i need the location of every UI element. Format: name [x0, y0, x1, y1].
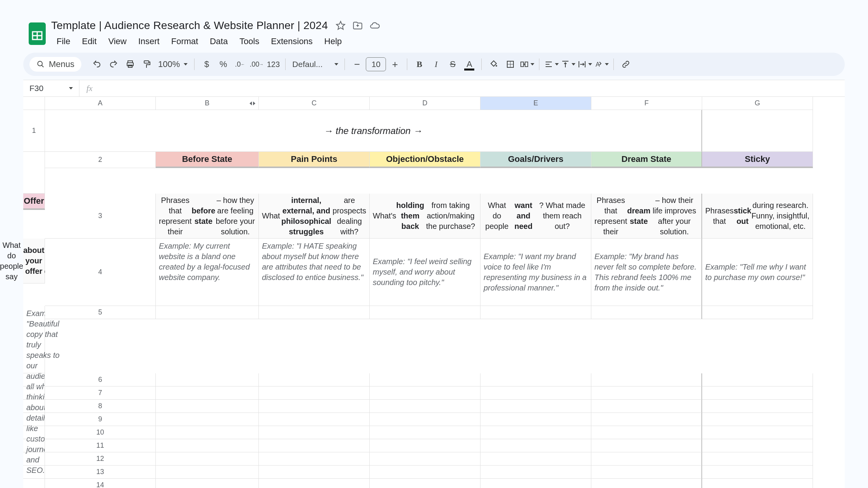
increase-font-button[interactable]: + — [387, 57, 403, 72]
cell[interactable] — [259, 413, 370, 426]
cell[interactable] — [23, 373, 45, 387]
cell[interactable] — [702, 373, 813, 387]
cell[interactable] — [259, 400, 370, 413]
cell[interactable] — [480, 413, 591, 426]
cell[interactable] — [259, 426, 370, 439]
cell[interactable] — [259, 306, 370, 319]
row-header-6[interactable]: 6 — [45, 373, 156, 387]
cell[interactable] — [259, 387, 370, 400]
cell[interactable] — [23, 426, 45, 439]
row-header-7[interactable]: 7 — [45, 387, 156, 400]
ex-goals[interactable]: Example: "I want my brand voice to feel … — [480, 239, 591, 306]
text-color-button[interactable]: A — [462, 57, 477, 72]
decrease-font-button[interactable]: − — [349, 57, 365, 72]
cell[interactable] — [591, 373, 702, 387]
menu-help[interactable]: Help — [319, 35, 347, 48]
header-before-state[interactable]: Before State — [156, 152, 259, 168]
cell[interactable] — [259, 479, 370, 488]
cell[interactable] — [23, 479, 45, 488]
cell[interactable] — [702, 387, 813, 400]
cell[interactable] — [23, 452, 45, 466]
cell[interactable] — [156, 439, 259, 452]
row-header-12[interactable]: 12 — [45, 452, 156, 466]
bold-button[interactable]: B — [412, 57, 427, 72]
link-button[interactable] — [618, 57, 634, 72]
cell[interactable] — [702, 110, 813, 152]
header-pain-points[interactable]: Pain Points — [259, 152, 370, 168]
cell[interactable] — [702, 413, 813, 426]
cell[interactable] — [23, 387, 45, 400]
cell[interactable] — [23, 413, 45, 426]
cell[interactable] — [156, 413, 259, 426]
row-header-4[interactable]: 4 — [45, 239, 156, 306]
increase-decimal-button[interactable]: .00→ — [249, 57, 264, 72]
col-header-G[interactable]: G — [702, 97, 813, 110]
menu-view[interactable]: View — [103, 35, 132, 48]
desc-sticky[interactable]: Phrases that stick out during research. … — [702, 194, 813, 239]
cell[interactable] — [591, 452, 702, 466]
cell[interactable] — [156, 373, 259, 387]
cell[interactable] — [259, 373, 370, 387]
row-header-3[interactable]: 3 — [45, 194, 156, 239]
cell[interactable] — [702, 426, 813, 439]
doc-title[interactable]: Template | Audience Research & Website P… — [51, 19, 328, 32]
desc-offer[interactable]: What do people say about your offer–or s… — [23, 239, 45, 284]
cell[interactable] — [480, 387, 591, 400]
merge-cells-button[interactable] — [519, 57, 535, 72]
cell[interactable] — [591, 400, 702, 413]
cell[interactable] — [480, 466, 591, 479]
print-button[interactable] — [122, 57, 138, 72]
cell[interactable] — [23, 152, 45, 194]
cell[interactable] — [259, 439, 370, 452]
ex-offer[interactable]: Example: "Beautiful copy that truly spea… — [23, 306, 45, 373]
borders-button[interactable] — [503, 57, 518, 72]
cell[interactable] — [591, 466, 702, 479]
cell[interactable] — [370, 373, 480, 387]
cell[interactable] — [156, 426, 259, 439]
fill-color-button[interactable] — [486, 57, 501, 72]
header-sticky[interactable]: Sticky — [702, 152, 813, 168]
cell[interactable] — [702, 452, 813, 466]
ex-pain-points[interactable]: Example: "I HATE speaking about myself b… — [259, 239, 370, 306]
star-icon[interactable] — [336, 21, 346, 31]
cell[interactable] — [480, 479, 591, 488]
header-offer[interactable]: Offer — [23, 194, 45, 210]
currency-button[interactable]: $ — [199, 57, 214, 72]
cell[interactable] — [370, 426, 480, 439]
rotate-button[interactable]: A — [594, 57, 609, 72]
cell[interactable] — [370, 452, 480, 466]
cell[interactable] — [23, 400, 45, 413]
cell[interactable] — [370, 466, 480, 479]
ex-before-state[interactable]: Example: My current website is a bland o… — [156, 239, 259, 306]
zoom-select[interactable]: 100% — [156, 59, 190, 69]
halign-button[interactable] — [544, 57, 559, 72]
cell[interactable] — [591, 426, 702, 439]
cell[interactable] — [702, 439, 813, 452]
row-header-8[interactable]: 8 — [45, 400, 156, 413]
cell[interactable] — [480, 400, 591, 413]
cell[interactable] — [370, 439, 480, 452]
font-size-input[interactable]: 10 — [366, 57, 386, 71]
cell[interactable] — [156, 400, 259, 413]
desc-pain-points[interactable]: What internal, external, and philosophic… — [259, 194, 370, 239]
cell[interactable] — [480, 426, 591, 439]
font-family-select[interactable]: Defaul... — [290, 60, 340, 69]
select-all-corner[interactable] — [23, 97, 45, 110]
header-objection[interactable]: Objection/Obstacle — [370, 152, 480, 168]
cell[interactable] — [156, 479, 259, 488]
cell[interactable] — [480, 373, 591, 387]
col-header-E[interactable]: E — [480, 97, 591, 110]
ex-objection[interactable]: Example: "I feel weird selling myself, a… — [370, 239, 480, 306]
cell[interactable] — [156, 466, 259, 479]
cell[interactable] — [702, 479, 813, 488]
cell[interactable] — [591, 306, 702, 319]
row-header-14[interactable]: 14 — [45, 479, 156, 488]
cell[interactable] — [156, 452, 259, 466]
cell[interactable] — [591, 387, 702, 400]
cell[interactable] — [591, 413, 702, 426]
row-header-13[interactable]: 13 — [45, 466, 156, 479]
row-header-11[interactable]: 11 — [45, 439, 156, 452]
desc-before-state[interactable]: Phrases that represent their before stat… — [156, 194, 259, 239]
col-header-A[interactable]: A — [45, 97, 156, 110]
col-header-C[interactable]: C — [259, 97, 370, 110]
